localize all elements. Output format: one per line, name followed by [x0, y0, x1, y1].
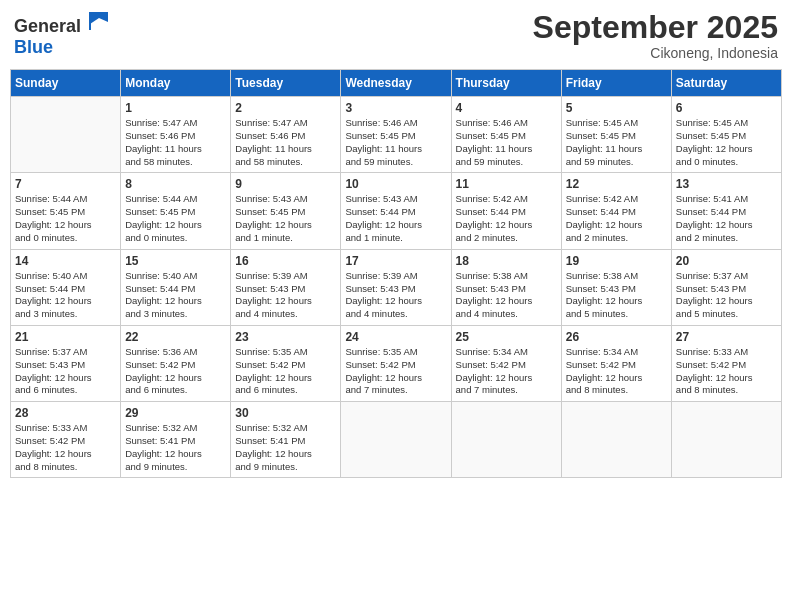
calendar-cell: 16Sunrise: 5:39 AMSunset: 5:43 PMDayligh…	[231, 249, 341, 325]
day-info: Sunrise: 5:38 AMSunset: 5:43 PMDaylight:…	[456, 270, 557, 321]
calendar-cell: 20Sunrise: 5:37 AMSunset: 5:43 PMDayligh…	[671, 249, 781, 325]
day-number: 23	[235, 330, 336, 344]
calendar-cell: 26Sunrise: 5:34 AMSunset: 5:42 PMDayligh…	[561, 325, 671, 401]
calendar-cell: 23Sunrise: 5:35 AMSunset: 5:42 PMDayligh…	[231, 325, 341, 401]
day-info: Sunrise: 5:44 AMSunset: 5:45 PMDaylight:…	[125, 193, 226, 244]
day-info: Sunrise: 5:43 AMSunset: 5:44 PMDaylight:…	[345, 193, 446, 244]
day-info: Sunrise: 5:33 AMSunset: 5:42 PMDaylight:…	[15, 422, 116, 473]
day-number: 8	[125, 177, 226, 191]
weekday-header-sunday: Sunday	[11, 70, 121, 97]
day-number: 10	[345, 177, 446, 191]
weekday-header-friday: Friday	[561, 70, 671, 97]
calendar-cell: 1Sunrise: 5:47 AMSunset: 5:46 PMDaylight…	[121, 97, 231, 173]
title-block: September 2025 Cikoneng, Indonesia	[533, 10, 778, 61]
day-info: Sunrise: 5:40 AMSunset: 5:44 PMDaylight:…	[125, 270, 226, 321]
calendar-cell: 13Sunrise: 5:41 AMSunset: 5:44 PMDayligh…	[671, 173, 781, 249]
weekday-header-wednesday: Wednesday	[341, 70, 451, 97]
day-info: Sunrise: 5:39 AMSunset: 5:43 PMDaylight:…	[345, 270, 446, 321]
calendar-cell: 24Sunrise: 5:35 AMSunset: 5:42 PMDayligh…	[341, 325, 451, 401]
day-info: Sunrise: 5:46 AMSunset: 5:45 PMDaylight:…	[345, 117, 446, 168]
calendar-cell: 18Sunrise: 5:38 AMSunset: 5:43 PMDayligh…	[451, 249, 561, 325]
day-number: 26	[566, 330, 667, 344]
calendar-cell: 6Sunrise: 5:45 AMSunset: 5:45 PMDaylight…	[671, 97, 781, 173]
day-number: 18	[456, 254, 557, 268]
calendar-cell: 27Sunrise: 5:33 AMSunset: 5:42 PMDayligh…	[671, 325, 781, 401]
calendar-cell: 7Sunrise: 5:44 AMSunset: 5:45 PMDaylight…	[11, 173, 121, 249]
day-info: Sunrise: 5:32 AMSunset: 5:41 PMDaylight:…	[235, 422, 336, 473]
day-number: 29	[125, 406, 226, 420]
page-header: General Blue September 2025 Cikoneng, In…	[10, 10, 782, 61]
day-number: 2	[235, 101, 336, 115]
day-info: Sunrise: 5:45 AMSunset: 5:45 PMDaylight:…	[566, 117, 667, 168]
week-row-4: 21Sunrise: 5:37 AMSunset: 5:43 PMDayligh…	[11, 325, 782, 401]
calendar-cell: 22Sunrise: 5:36 AMSunset: 5:42 PMDayligh…	[121, 325, 231, 401]
calendar-cell: 30Sunrise: 5:32 AMSunset: 5:41 PMDayligh…	[231, 402, 341, 478]
calendar-cell: 25Sunrise: 5:34 AMSunset: 5:42 PMDayligh…	[451, 325, 561, 401]
day-info: Sunrise: 5:40 AMSunset: 5:44 PMDaylight:…	[15, 270, 116, 321]
calendar-cell: 8Sunrise: 5:44 AMSunset: 5:45 PMDaylight…	[121, 173, 231, 249]
day-info: Sunrise: 5:38 AMSunset: 5:43 PMDaylight:…	[566, 270, 667, 321]
calendar-cell	[561, 402, 671, 478]
day-number: 19	[566, 254, 667, 268]
logo-flag-icon	[88, 10, 110, 32]
day-number: 25	[456, 330, 557, 344]
day-number: 28	[15, 406, 116, 420]
day-info: Sunrise: 5:42 AMSunset: 5:44 PMDaylight:…	[456, 193, 557, 244]
day-number: 24	[345, 330, 446, 344]
day-info: Sunrise: 5:41 AMSunset: 5:44 PMDaylight:…	[676, 193, 777, 244]
calendar-cell: 11Sunrise: 5:42 AMSunset: 5:44 PMDayligh…	[451, 173, 561, 249]
day-number: 7	[15, 177, 116, 191]
day-info: Sunrise: 5:34 AMSunset: 5:42 PMDaylight:…	[566, 346, 667, 397]
day-number: 22	[125, 330, 226, 344]
day-info: Sunrise: 5:44 AMSunset: 5:45 PMDaylight:…	[15, 193, 116, 244]
week-row-3: 14Sunrise: 5:40 AMSunset: 5:44 PMDayligh…	[11, 249, 782, 325]
week-row-2: 7Sunrise: 5:44 AMSunset: 5:45 PMDaylight…	[11, 173, 782, 249]
day-info: Sunrise: 5:47 AMSunset: 5:46 PMDaylight:…	[235, 117, 336, 168]
week-row-1: 1Sunrise: 5:47 AMSunset: 5:46 PMDaylight…	[11, 97, 782, 173]
logo-general: General	[14, 16, 81, 36]
calendar-cell: 19Sunrise: 5:38 AMSunset: 5:43 PMDayligh…	[561, 249, 671, 325]
calendar-cell: 9Sunrise: 5:43 AMSunset: 5:45 PMDaylight…	[231, 173, 341, 249]
day-number: 9	[235, 177, 336, 191]
logo-blue: Blue	[14, 37, 53, 57]
day-number: 30	[235, 406, 336, 420]
day-info: Sunrise: 5:35 AMSunset: 5:42 PMDaylight:…	[235, 346, 336, 397]
day-number: 15	[125, 254, 226, 268]
day-info: Sunrise: 5:47 AMSunset: 5:46 PMDaylight:…	[125, 117, 226, 168]
day-info: Sunrise: 5:46 AMSunset: 5:45 PMDaylight:…	[456, 117, 557, 168]
day-number: 11	[456, 177, 557, 191]
day-number: 1	[125, 101, 226, 115]
month-title: September 2025	[533, 10, 778, 45]
day-info: Sunrise: 5:35 AMSunset: 5:42 PMDaylight:…	[345, 346, 446, 397]
calendar-cell: 3Sunrise: 5:46 AMSunset: 5:45 PMDaylight…	[341, 97, 451, 173]
calendar-cell: 17Sunrise: 5:39 AMSunset: 5:43 PMDayligh…	[341, 249, 451, 325]
day-number: 4	[456, 101, 557, 115]
day-number: 5	[566, 101, 667, 115]
day-number: 14	[15, 254, 116, 268]
calendar-cell: 10Sunrise: 5:43 AMSunset: 5:44 PMDayligh…	[341, 173, 451, 249]
day-number: 12	[566, 177, 667, 191]
weekday-header-thursday: Thursday	[451, 70, 561, 97]
calendar-cell: 5Sunrise: 5:45 AMSunset: 5:45 PMDaylight…	[561, 97, 671, 173]
svg-marker-0	[90, 12, 108, 24]
day-number: 13	[676, 177, 777, 191]
weekday-header-monday: Monday	[121, 70, 231, 97]
day-info: Sunrise: 5:43 AMSunset: 5:45 PMDaylight:…	[235, 193, 336, 244]
day-info: Sunrise: 5:37 AMSunset: 5:43 PMDaylight:…	[676, 270, 777, 321]
calendar-cell: 12Sunrise: 5:42 AMSunset: 5:44 PMDayligh…	[561, 173, 671, 249]
day-number: 3	[345, 101, 446, 115]
logo: General Blue	[14, 10, 110, 58]
calendar-cell: 29Sunrise: 5:32 AMSunset: 5:41 PMDayligh…	[121, 402, 231, 478]
location: Cikoneng, Indonesia	[533, 45, 778, 61]
calendar-cell	[671, 402, 781, 478]
calendar-cell	[341, 402, 451, 478]
day-info: Sunrise: 5:34 AMSunset: 5:42 PMDaylight:…	[456, 346, 557, 397]
calendar-cell	[11, 97, 121, 173]
calendar-cell: 14Sunrise: 5:40 AMSunset: 5:44 PMDayligh…	[11, 249, 121, 325]
week-row-5: 28Sunrise: 5:33 AMSunset: 5:42 PMDayligh…	[11, 402, 782, 478]
calendar-cell: 4Sunrise: 5:46 AMSunset: 5:45 PMDaylight…	[451, 97, 561, 173]
weekday-header-row: SundayMondayTuesdayWednesdayThursdayFrid…	[11, 70, 782, 97]
calendar-table: SundayMondayTuesdayWednesdayThursdayFrid…	[10, 69, 782, 478]
day-info: Sunrise: 5:42 AMSunset: 5:44 PMDaylight:…	[566, 193, 667, 244]
calendar-cell	[451, 402, 561, 478]
